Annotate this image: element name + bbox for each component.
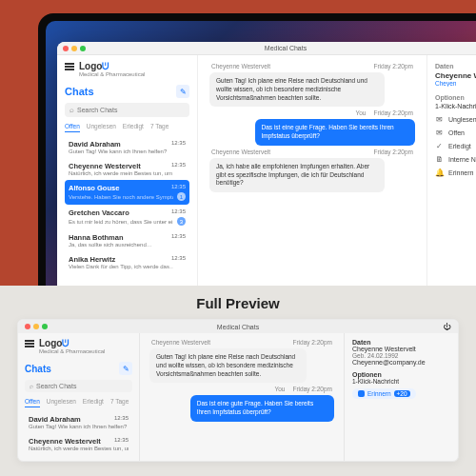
square-icon — [358, 390, 365, 397]
preview-window: Medical Chats ⏻ Logoᕫ Medical & Pharmace… — [17, 319, 459, 462]
chat-tabs: Offen Ungelesen Erledigt 7 Tage — [65, 123, 189, 132]
tab-7tage[interactable]: 7 Tage — [150, 123, 169, 132]
power-icon[interactable]: ⏻ — [443, 323, 450, 331]
menu-icon[interactable] — [65, 63, 74, 69]
section-optionen: Optionen — [435, 94, 476, 101]
preview-sidebar: Logoᕫ Medical & Pharmaceutical Chats✎ ⌕ … — [18, 333, 140, 461]
close-icon[interactable] — [63, 46, 69, 51]
incoming-message: Guten Tag! Ich plane eine Reise nach Deu… — [209, 72, 385, 107]
minimize-icon[interactable] — [33, 324, 39, 329]
chat-item[interactable]: Hanna Bothman12:35 Ja, das sollte sich a… — [65, 229, 189, 251]
option-item[interactable]: 🗎Interne Notiz — [435, 155, 476, 164]
erinnern-icon: 🔔 — [435, 169, 444, 177]
erledigt-icon: ✓ — [435, 142, 444, 150]
chat-item[interactable]: David Abraham12:35 Guten Tag! Wie kann i… — [65, 136, 189, 158]
chats-heading: Chats — [65, 86, 94, 97]
tab-erledigt[interactable]: Erledigt — [123, 123, 144, 132]
patient-name: Cheyenne Westervelt — [435, 71, 476, 80]
unread-badge: 1 — [177, 192, 186, 201]
desktop-wallpaper: Medical Chats Logoᕫ Medical & Pharmaceut… — [46, 21, 476, 286]
search-input[interactable]: ⌕ — [65, 103, 189, 117]
chat-item[interactable]: Cheyenne Westervelt12:35 Natürlich, ich … — [25, 433, 132, 455]
search-input[interactable]: ⌕ — [25, 380, 132, 392]
msg-time: Friday 2:20pm — [373, 149, 413, 155]
conversation-panel: Cheyenne WesterveltFriday 2:20pm Guten T… — [198, 55, 426, 286]
msg-sender: You — [355, 109, 366, 116]
zoom-icon[interactable] — [80, 46, 86, 51]
search-icon: ⌕ — [30, 383, 33, 389]
full-preview-heading: Full Preview — [17, 295, 459, 311]
quick-message-label: 1-Klick-Nachricht — [435, 103, 476, 109]
search-icon: ⌕ — [69, 106, 74, 114]
close-icon[interactable] — [25, 324, 30, 329]
patient-email[interactable]: Cheyenne@company.de — [352, 359, 450, 366]
chat-item[interactable]: Anika Herwitz12:35 Vielen Dank für den T… — [65, 251, 189, 273]
msg-sender: Cheyenne Westervelt — [211, 63, 270, 69]
msg-time: Friday 2:20pm — [373, 63, 413, 69]
minimize-icon[interactable] — [71, 46, 77, 51]
compose-button[interactable]: ✎ — [176, 85, 189, 98]
brand-subtitle: Medical & Pharmaceutical — [79, 71, 189, 77]
incoming-message: Ja, ich habe alle empfohlenen Impfungen … — [209, 158, 385, 192]
reminder-count: +20 — [394, 390, 410, 397]
traffic-lights[interactable] — [63, 46, 86, 51]
preview-titlebar: Medical Chats ⏻ — [18, 320, 458, 333]
interne notiz-icon: 🗎 — [435, 155, 444, 164]
preview-conversation: Cheyenne WesterveltFriday 2:20pm Guten T… — [140, 333, 344, 461]
preview-info-panel: Daten Cheyenne Westervelt Geb. 24.02.199… — [344, 333, 458, 461]
option-item[interactable]: 🔔Erinnern — [435, 169, 476, 177]
offen-icon: ✉ — [435, 129, 444, 137]
chat-item[interactable]: David Abraham12:35 Guten Tag! Wie kann i… — [25, 411, 132, 433]
unglesen-icon: ✉ — [435, 115, 444, 124]
window-title: Medical Chats — [265, 45, 307, 51]
patient-email[interactable]: Cheyen — [435, 80, 476, 87]
option-item[interactable]: ✉Offen — [435, 129, 476, 137]
menu-icon[interactable] — [25, 340, 34, 347]
option-item[interactable]: ✓Erledigt — [435, 142, 476, 150]
chat-item[interactable]: Alfonso Gouse12:35 Verstehe. Haben Sie n… — [65, 180, 189, 205]
compose-button[interactable]: ✎ — [119, 362, 132, 375]
unread-badge: 3 — [177, 217, 186, 226]
option-item[interactable]: ✉Unglesen — [435, 115, 476, 124]
sidebar: Logoᕫ Medical & Pharmaceutical Chats ✎ ⌕ — [57, 55, 198, 286]
chat-item[interactable]: Cheyenne Westervelt12:35 Natürlich, ich … — [65, 158, 189, 180]
traffic-lights[interactable] — [25, 324, 48, 329]
reminder-pill[interactable]: Erinnern +20 — [352, 388, 416, 399]
tab-offen[interactable]: Offen — [65, 123, 80, 132]
msg-sender: Cheyenne Westervelt — [211, 149, 270, 155]
app-window: Medical Chats Logoᕫ Medical & Pharmaceut… — [57, 42, 476, 286]
titlebar: Medical Chats — [57, 42, 476, 55]
zoom-icon[interactable] — [42, 324, 48, 329]
info-panel: Daten Cheyenne Westervelt Cheyen Optione… — [426, 55, 476, 286]
section-daten: Daten — [435, 63, 476, 69]
laptop-frame: Medical Chats Logoᕫ Medical & Pharmaceut… — [38, 13, 476, 286]
msg-time: Friday 2:20pm — [373, 109, 413, 116]
chat-item[interactable]: Gretchen Vaccaro12:35 Es tut mir leid zu… — [65, 205, 189, 229]
tab-ungelesen[interactable]: Ungelesen — [87, 123, 116, 132]
outgoing-message: Das ist eine gute Frage. Haben Sie berei… — [255, 119, 415, 146]
